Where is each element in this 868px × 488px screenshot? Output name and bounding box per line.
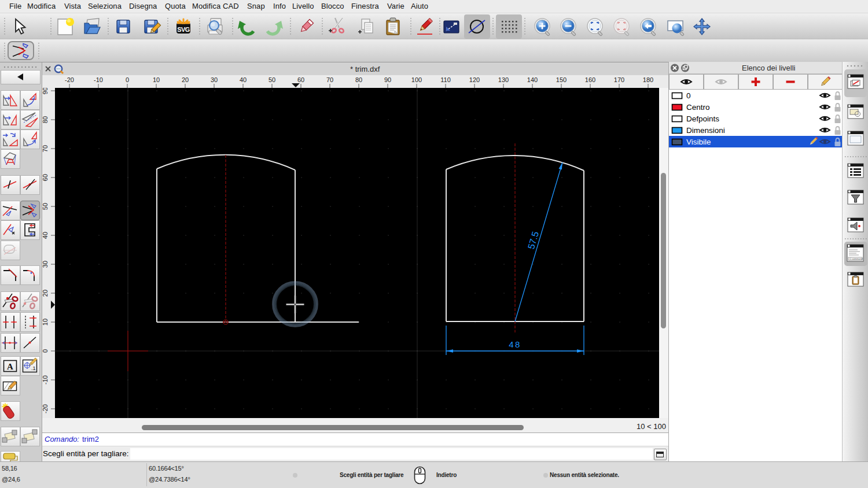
svg-text:Visibile: Visibile [686,138,711,146]
svg-text:80: 80 [42,116,49,123]
svg-text:50: 50 [269,76,275,83]
svg-text:-20: -20 [42,404,49,413]
svg-text:0: 0 [126,76,129,83]
svg-text:-10: -10 [94,76,103,83]
svg-text:150: 150 [556,76,567,83]
svg-text:-10: -10 [42,375,49,385]
svg-text:110: 110 [440,76,451,83]
svg-text:10: 10 [153,76,160,83]
svg-text:60: 60 [42,174,49,181]
svg-text:-20: -20 [65,76,74,83]
svg-text:70: 70 [42,145,49,152]
svg-text:Centro: Centro [686,103,710,112]
svg-text:Dimensioni: Dimensioni [686,126,725,135]
svg-text:.1: .1 [31,365,36,371]
svg-text:130: 130 [498,76,509,83]
svg-text:30: 30 [211,76,218,83]
svg-text:160: 160 [585,76,595,83]
svg-text:50: 50 [42,203,49,210]
svg-text:0: 0 [686,91,691,100]
svg-text:170: 170 [614,76,624,83]
svg-text:C command: C command [849,257,863,260]
svg-text:140: 140 [527,76,538,83]
svg-text:90: 90 [42,88,49,94]
svg-text:180: 180 [643,76,653,83]
svg-text:SVG: SVG [177,26,190,33]
svg-text:20: 20 [42,290,49,297]
svg-text:10: 10 [42,319,49,326]
svg-text:0: 0 [42,349,49,353]
svg-text:90: 90 [384,76,391,83]
svg-text:Defpoints: Defpoints [686,114,719,123]
svg-text:40: 40 [240,76,247,83]
svg-text:100: 100 [411,76,422,83]
svg-text:80: 80 [355,76,362,83]
svg-text:120: 120 [469,76,480,83]
svg-text:40: 40 [42,232,49,239]
svg-text:70: 70 [326,76,333,83]
svg-text:30: 30 [42,261,49,268]
svg-text:20: 20 [182,76,189,83]
svg-text:A: A [7,362,13,371]
svg-text:48: 48 [509,339,521,349]
svg-text:60: 60 [297,76,304,83]
